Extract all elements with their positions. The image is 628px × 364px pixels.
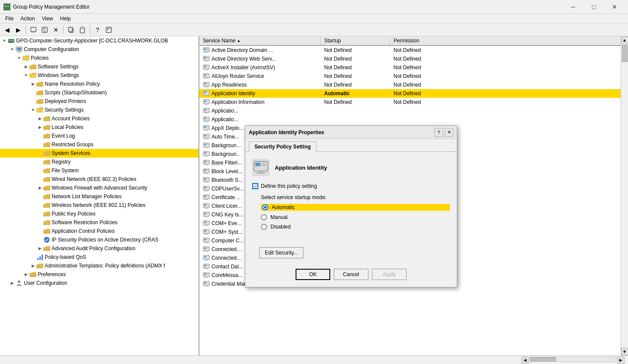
list-row-alljoyn[interactable]: AllJoyn Router Service Not Defined Not D…: [199, 72, 628, 81]
menu-file[interactable]: File: [2, 15, 17, 23]
tree-node-app-control[interactable]: Application Control Policies: [0, 227, 198, 235]
tree-node-public-key[interactable]: Public Key Policies: [0, 209, 198, 218]
list-row-application1[interactable]: Applicatio...: [199, 106, 628, 115]
expand-admin-templates[interactable]: ▶: [29, 262, 36, 269]
properties-button[interactable]: [104, 25, 114, 35]
expand-computer-config[interactable]: ▼: [9, 46, 16, 53]
policies-label: Policies: [31, 55, 49, 61]
expand-account-policies[interactable]: ▶: [36, 115, 43, 122]
tree-node-local-policies[interactable]: ▶ Local Policies: [0, 123, 198, 132]
list-row-application2[interactable]: Applicatio...: [199, 115, 628, 124]
tree-node-policy-qos[interactable]: Policy-based QoS: [0, 253, 198, 261]
scroll-thumb[interactable]: [622, 45, 628, 62]
copy-button[interactable]: [66, 25, 76, 35]
tree-node-policies[interactable]: ▼ Policies: [0, 54, 198, 62]
col-header-startup[interactable]: Startup: [321, 36, 390, 45]
list-row-app-identity[interactable]: Application Identity Automatic Not Defin…: [199, 89, 628, 98]
radio-row-manual[interactable]: Manual: [261, 214, 450, 220]
radio-disabled[interactable]: [261, 224, 267, 230]
tree-node-system-services[interactable]: System Services: [0, 149, 198, 158]
delete-button[interactable]: ✕: [51, 25, 61, 35]
menu-action[interactable]: Action: [17, 15, 38, 23]
expand-user-config[interactable]: ▶: [9, 280, 16, 287]
forward-button[interactable]: ▶: [13, 25, 23, 35]
radio-manual[interactable]: [261, 214, 267, 220]
dialog-ok-button[interactable]: OK: [296, 269, 330, 280]
tree-node-registry[interactable]: Registry: [0, 158, 198, 166]
radio-automatic[interactable]: [262, 204, 268, 210]
restricted-groups-icon: [43, 141, 50, 148]
tree-node-user-config[interactable]: ▶ User Configuration: [0, 279, 198, 287]
paste-button[interactable]: [77, 25, 88, 35]
scripts-label: Scripts (Startup/Shutdown): [45, 90, 107, 96]
back-button[interactable]: ◀: [2, 25, 12, 35]
expand-security-settings[interactable]: ▼: [29, 106, 36, 113]
tree-node-restricted-groups[interactable]: Restricted Groups: [0, 140, 198, 149]
minimize-button[interactable]: ─: [563, 0, 583, 14]
tree-node-security-settings[interactable]: ▼ Security Settings: [0, 106, 198, 114]
expand-windows-settings[interactable]: ▼: [23, 72, 29, 79]
col-header-permission[interactable]: Permission: [390, 36, 628, 45]
define-policy-checkbox[interactable]: [252, 183, 258, 189]
tree-node-computer-config[interactable]: ▼ Computer Configuration: [0, 45, 198, 54]
scroll-down-arrow[interactable]: ▼: [621, 348, 628, 355]
tree-node-wireless-network[interactable]: Wireless Network (IEEE 802.11) Policies: [0, 201, 198, 209]
dialog-close-button[interactable]: ✕: [445, 128, 453, 137]
dialog-cancel-button[interactable]: Cancel: [334, 269, 368, 280]
dialog-help-button[interactable]: ?: [434, 128, 443, 137]
expand-adv-audit[interactable]: ▶: [36, 245, 43, 252]
svg-rect-7: [43, 27, 45, 29]
expand-preferences[interactable]: ▶: [23, 271, 29, 278]
up-button[interactable]: [28, 25, 39, 35]
tree-node-name-resolution[interactable]: ▶ Name Resolution Policy: [0, 80, 198, 88]
tree-node-network-list[interactable]: Network List Manager Policies: [0, 192, 198, 201]
tree-node-software-restriction[interactable]: Software Restriction Policies: [0, 218, 198, 227]
save-button[interactable]: [39, 25, 50, 35]
radio-row-disabled[interactable]: Disabled: [261, 224, 450, 230]
expand-root[interactable]: ▼: [1, 37, 8, 44]
close-button[interactable]: ✕: [605, 0, 625, 14]
tree-node-event-log[interactable]: Event Log: [0, 132, 198, 140]
tree-node-account-policies[interactable]: ▶ Account Policies: [0, 114, 198, 123]
menu-view[interactable]: View: [39, 15, 57, 23]
list-row-activex[interactable]: ActiveX Installer (AxInstSV) Not Defined…: [199, 63, 628, 72]
tree-node-software-settings[interactable]: ▶ Software Settings: [0, 62, 198, 71]
tree-node-ip-security[interactable]: IP Security Policies on Active Directory…: [0, 235, 198, 244]
horizontal-scroll-thumb[interactable]: [530, 357, 556, 361]
scroll-up-arrow[interactable]: ▲: [621, 36, 628, 44]
list-row-app-info[interactable]: Application Information Not Defined Not …: [199, 98, 628, 106]
menu-help[interactable]: Help: [57, 15, 75, 23]
help-button[interactable]: ?: [92, 25, 103, 35]
edit-security-button[interactable]: Edit Security...: [259, 247, 303, 258]
list-row-active-dir-domain[interactable]: Active Directory Domain ... Not Defined …: [199, 46, 628, 55]
expand-software-settings[interactable]: ▶: [23, 63, 29, 70]
expand-policies[interactable]: ▼: [16, 55, 23, 61]
scroll-right-arrow[interactable]: ▶: [617, 357, 625, 364]
list-row-active-dir-web[interactable]: Active Directory Web Serv... Not Defined…: [199, 55, 628, 63]
dialog-tab-security-policy[interactable]: Security Policy Setting: [249, 142, 316, 152]
tree-node-scripts[interactable]: Scripts (Startup/Shutdown): [0, 88, 198, 97]
dialog-apply-button[interactable]: Apply: [372, 269, 407, 280]
svg-rect-120: [257, 173, 265, 174]
tree-node-admin-templates[interactable]: ▶ Administrative Templates: Policy defin…: [0, 261, 198, 270]
tree-root[interactable]: ▼ GPO-Computer-Security-Applocker [C-DC1…: [0, 36, 198, 45]
tree-node-file-system[interactable]: File System: [0, 166, 198, 175]
tree-node-windows-settings[interactable]: ▼ Windows Settings: [0, 71, 198, 80]
app2-name: Applicatio...: [212, 116, 238, 122]
list-row-app-readiness[interactable]: App Readiness Not Defined Not Defined: [199, 81, 628, 89]
expand-name-resolution[interactable]: ▶: [29, 81, 36, 87]
tree-node-wired-network[interactable]: Wired Network (IEEE 802.3) Policies: [0, 175, 198, 184]
maximize-button[interactable]: □: [584, 0, 604, 14]
service-icon-21: [203, 220, 210, 227]
tree-node-adv-audit[interactable]: ▶ Advanced Audit Policy Configuration: [0, 244, 198, 253]
col-header-service-name[interactable]: Service Name ▲: [199, 36, 321, 45]
scroll-left-arrow[interactable]: ◀: [521, 357, 529, 364]
expand-windows-firewall[interactable]: ▶: [36, 184, 43, 191]
radio-row-automatic[interactable]: Automatic: [261, 204, 450, 211]
right-panel-scrollbar[interactable]: ▲ ▼: [621, 36, 628, 355]
horizontal-scrollbar-track[interactable]: [530, 357, 616, 362]
expand-local-policies[interactable]: ▶: [36, 124, 43, 131]
tree-node-deployed-printers[interactable]: Deployed Printers: [0, 97, 198, 106]
tree-node-preferences[interactable]: ▶ Preferences: [0, 270, 198, 279]
tree-node-windows-firewall[interactable]: ▶ Windows Firewall with Advanced Securit…: [0, 184, 198, 192]
